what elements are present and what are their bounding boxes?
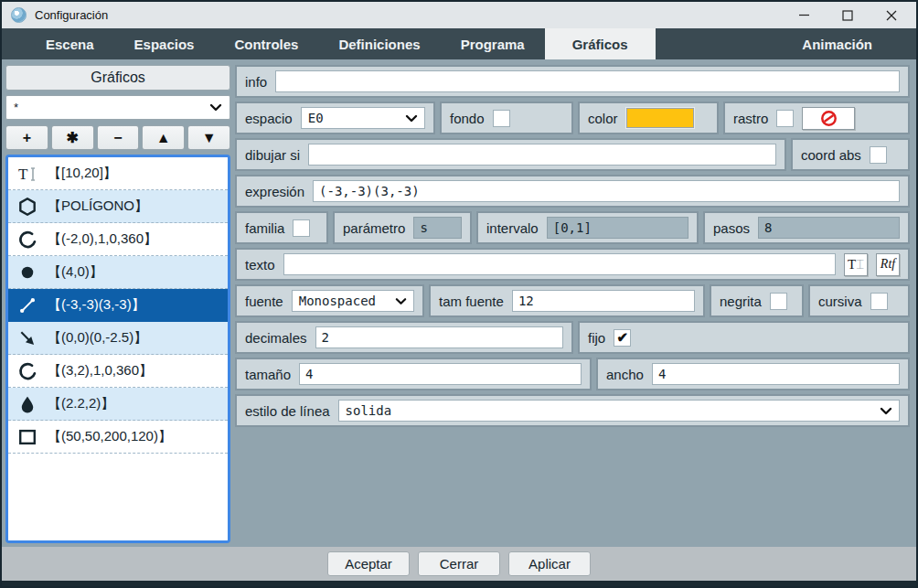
graphics-list: T 【[10,20]】 【POLÍGONO】 【(-2,0),1,0,360】 bbox=[5, 155, 230, 543]
list-item[interactable]: 【(2.2,2)】 bbox=[8, 388, 228, 421]
remove-graphic-button[interactable]: − bbox=[97, 125, 140, 150]
ancho-input[interactable]: 4 bbox=[652, 363, 900, 385]
arrow-icon bbox=[16, 327, 38, 349]
fijo-label: fijo bbox=[588, 330, 605, 346]
espacio-group: espacio E0 bbox=[235, 102, 435, 134]
graphics-panel-header: Gráficos bbox=[5, 65, 230, 91]
move-up-button[interactable]: ▲ bbox=[142, 125, 185, 150]
expresion-input[interactable]: (-3,-3)(3,-3) bbox=[313, 180, 900, 202]
point-icon bbox=[16, 262, 38, 283]
coord-abs-label: coord abs bbox=[801, 147, 861, 163]
pasos-group: pasos 8 bbox=[703, 211, 910, 244]
info-label: info bbox=[245, 74, 267, 90]
tab-espacios[interactable]: Espacios bbox=[114, 28, 215, 59]
tam-fuente-label: tam fuente bbox=[439, 294, 504, 309]
list-empty-area bbox=[8, 454, 228, 540]
list-item[interactable]: 【POLÍGONO】 bbox=[8, 190, 228, 223]
negrita-label: negrita bbox=[720, 294, 762, 309]
aceptar-button[interactable]: Aceptar bbox=[327, 551, 410, 576]
text-cursor-icon: T⌶ bbox=[848, 257, 864, 273]
segment-icon bbox=[16, 294, 38, 316]
svg-text:T: T bbox=[18, 166, 28, 183]
cerrar-button[interactable]: Cerrar bbox=[418, 551, 500, 576]
list-item-label: 【[10,20]】 bbox=[48, 165, 117, 182]
graphics-panel: Gráficos * + ✱ − ▲ ▼ T 【[10,20] bbox=[5, 65, 230, 543]
texto-input[interactable] bbox=[283, 253, 836, 275]
estilo-linea-select[interactable]: solida bbox=[338, 400, 900, 422]
pasos-input: 8 bbox=[758, 217, 900, 239]
ancho-group: ancho 4 bbox=[596, 358, 910, 390]
arc-icon bbox=[16, 229, 38, 251]
tab-definiciones[interactable]: Definiciones bbox=[318, 28, 440, 59]
minimize-button[interactable] bbox=[788, 4, 819, 27]
rastro-group: rastro bbox=[723, 102, 910, 134]
color-swatch-button[interactable] bbox=[626, 108, 694, 128]
fondo-label: fondo bbox=[450, 111, 485, 126]
close-button[interactable] bbox=[876, 4, 907, 27]
tam-fuente-input[interactable]: 12 bbox=[512, 290, 695, 312]
expresion-label: expresión bbox=[245, 184, 304, 199]
tab-animacion[interactable]: Animación bbox=[782, 28, 892, 59]
rtf-text-button[interactable]: Rtf bbox=[876, 253, 900, 276]
maximize-button[interactable] bbox=[832, 4, 863, 27]
list-item-label: 【POLÍGONO】 bbox=[48, 198, 148, 215]
fill-icon bbox=[16, 393, 38, 415]
tam-fuente-group: tam fuente 12 bbox=[429, 284, 705, 317]
move-down-button[interactable]: ▼ bbox=[187, 125, 230, 150]
list-item[interactable]: 【(3,2),1,0,360】 bbox=[8, 355, 228, 388]
list-item[interactable]: 【(-2,0),1,0,360】 bbox=[8, 223, 228, 256]
cursiva-checkbox[interactable] bbox=[870, 293, 888, 310]
familia-checkbox[interactable] bbox=[293, 219, 310, 237]
add-graphic-button[interactable]: + bbox=[5, 125, 48, 150]
parametro-input: s bbox=[413, 217, 462, 239]
no-symbol-icon bbox=[820, 110, 838, 127]
polygon-icon bbox=[16, 196, 38, 218]
duplicate-graphic-button[interactable]: ✱ bbox=[51, 125, 94, 150]
chevron-down-icon bbox=[395, 297, 407, 305]
familia-label: familia bbox=[245, 220, 284, 236]
decimales-input[interactable]: 2 bbox=[315, 326, 563, 348]
clear-trace-button[interactable] bbox=[802, 107, 855, 130]
fondo-checkbox[interactable] bbox=[493, 110, 510, 127]
pasos-label: pasos bbox=[713, 220, 750, 236]
tab-programa[interactable]: Programa bbox=[441, 28, 545, 59]
arc-icon bbox=[16, 360, 38, 382]
list-item-label: 【(-3,-3)(3,-3)】 bbox=[48, 296, 145, 314]
list-item[interactable]: 【(0,0)(0,-2.5)】 bbox=[8, 322, 228, 355]
negrita-checkbox[interactable] bbox=[770, 293, 787, 310]
dibujar-si-input[interactable] bbox=[308, 144, 776, 166]
list-item[interactable]: 【(4,0)】 bbox=[8, 256, 228, 289]
text-icon: T bbox=[16, 163, 38, 185]
tamano-label: tamaño bbox=[245, 367, 291, 382]
intervalo-input: [0,1] bbox=[547, 217, 688, 239]
tamano-input[interactable]: 4 bbox=[299, 363, 582, 385]
coord-abs-checkbox[interactable] bbox=[870, 146, 887, 164]
familia-group: familia bbox=[235, 211, 328, 244]
tab-graficos[interactable]: Gráficos bbox=[545, 28, 656, 59]
rastro-label: rastro bbox=[733, 111, 768, 126]
aplicar-button[interactable]: Aplicar bbox=[508, 551, 591, 576]
list-item-selected[interactable]: 【(-3,-3)(3,-3)】 bbox=[8, 289, 228, 322]
espacio-select[interactable]: E0 bbox=[301, 107, 425, 129]
configuration-window: Configuración Escena Espacios Controles … bbox=[0, 0, 918, 588]
fijo-group: fijo ✔ bbox=[578, 321, 910, 354]
rtf-icon: Rtf bbox=[881, 257, 895, 272]
info-input[interactable] bbox=[275, 70, 900, 92]
chevron-down-icon bbox=[880, 407, 892, 415]
list-item-label: 【(0,0)(0,-2.5)】 bbox=[48, 329, 147, 347]
tab-escena[interactable]: Escena bbox=[26, 28, 114, 59]
list-item[interactable]: 【(50,50,200,120)】 bbox=[8, 421, 228, 454]
fijo-checkbox[interactable]: ✔ bbox=[614, 329, 631, 347]
content-area: Gráficos * + ✱ − ▲ ▼ T 【[10,20] bbox=[2, 59, 916, 547]
chevron-down-icon bbox=[405, 114, 418, 123]
graphics-filter-select[interactable]: * bbox=[5, 95, 230, 120]
tab-bar: Escena Espacios Controles Definiciones P… bbox=[2, 28, 916, 59]
rastro-checkbox[interactable] bbox=[776, 110, 794, 127]
plain-text-button[interactable]: T⌶ bbox=[844, 253, 868, 276]
app-logo-icon bbox=[11, 7, 27, 23]
coord-abs-group: coord abs bbox=[791, 138, 910, 171]
fuente-select[interactable]: Monospaced bbox=[292, 290, 414, 312]
dibujar-si-group: dibujar si bbox=[235, 138, 786, 171]
tab-controles[interactable]: Controles bbox=[214, 28, 318, 59]
list-item[interactable]: T 【[10,20]】 bbox=[8, 157, 228, 190]
